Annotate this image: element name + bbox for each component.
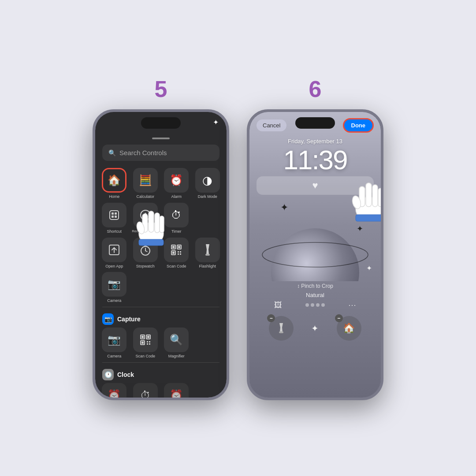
stopwatch-label: Stopwatch (136, 264, 155, 269)
alarm-icon-box: ⏰ (164, 168, 189, 193)
heart-widget: ♥ (257, 176, 374, 195)
svg-rect-39 (279, 331, 283, 333)
music-label: Recognize Music (132, 229, 159, 234)
openapp-icon-box (102, 238, 126, 262)
svg-rect-27 (205, 254, 210, 256)
filter-options-row: 🖼 ⋯ (249, 300, 381, 310)
control-openapp[interactable]: Open App (100, 238, 128, 269)
home-label: Home (109, 194, 119, 199)
svg-rect-1 (112, 212, 114, 215)
flashlight-widget[interactable]: − (269, 316, 294, 341)
svg-rect-23 (178, 251, 179, 253)
control-darkmode[interactable]: ◑ Dark Mode (194, 168, 222, 199)
phone6-screen: Cancel Done Friday, September 13 11:39 ♥… (249, 112, 381, 398)
svg-rect-20 (172, 246, 175, 248)
calculator-label: Calculator (136, 194, 154, 199)
capture-camera-label: Camera (107, 354, 121, 359)
capture-row: 📷 Camera (95, 327, 227, 359)
remove-flashlight-badge[interactable]: − (267, 314, 275, 322)
camera-icon-box: 📷 (102, 272, 126, 297)
svg-rect-26 (180, 253, 181, 255)
scancode-icon-box (164, 238, 189, 262)
svg-point-38 (262, 242, 368, 267)
done-button[interactable]: Done (343, 118, 374, 133)
phone5-screen: 🔍 Search Controls 🏠 Home 🧮 Calculato (95, 112, 227, 398)
clock-icon2: ⏱ (133, 383, 158, 398)
search-icon: 🔍 (108, 149, 116, 156)
filter-more-icon[interactable]: ⋯ (348, 300, 356, 310)
natural-text: Natural (249, 292, 381, 298)
control-stopwatch[interactable]: Stopwatch (132, 238, 160, 269)
controls-row4: 📷 Camera (95, 272, 227, 303)
home-widget-icon: 🏠 (343, 323, 355, 334)
capture-magnifier-label: Magnifier (168, 354, 185, 359)
control-scancode[interactable]: Scan Code (163, 238, 190, 269)
capture-header-icon: 📷 (102, 313, 114, 325)
control-home[interactable]: 🏠 Home (100, 168, 128, 199)
capture-header-label: Capture (117, 316, 141, 323)
search-label: Search Controls (119, 149, 167, 156)
clock-icon3: ⏰ (164, 383, 189, 398)
sparkle2: ✦ (357, 224, 363, 234)
svg-rect-31 (141, 336, 144, 338)
capture-scancode-label: Scan Code (135, 354, 155, 359)
control-camera[interactable]: 📷 Camera (100, 272, 128, 303)
filter-dots (305, 303, 325, 307)
svg-rect-33 (141, 342, 144, 344)
bottom-spacer: ✦ (298, 323, 333, 334)
flashlight-label: Flashlight (199, 264, 216, 269)
clock-item2[interactable]: ⏱ (132, 383, 160, 398)
lockscreen-date: Friday, September 13 (249, 138, 381, 145)
svg-point-6 (144, 215, 147, 218)
clock-header-icon: 🕐 (102, 369, 114, 380)
controls-row1: 🏠 Home 🧮 Calculator ⏰ Alarm ◑ Dark (95, 168, 227, 199)
capture-camera[interactable]: 📷 Camera (100, 327, 128, 359)
capture-scancode[interactable]: Scan Code (132, 327, 160, 359)
step6-wrapper: 6 Cancel Done Friday, September 13 11:39… (247, 76, 383, 400)
openapp-label: Open App (105, 264, 123, 269)
alarm-label: Alarm (171, 194, 182, 199)
heart-icon: ♥ (312, 180, 318, 191)
control-music[interactable]: Recognize Music (132, 203, 160, 234)
remove-home-badge[interactable]: − (335, 314, 343, 322)
filter-gallery-icon[interactable]: 🖼 (274, 301, 282, 310)
home-widget[interactable]: − 🏠 (337, 316, 361, 341)
divider1 (102, 307, 219, 307)
svg-rect-4 (115, 216, 117, 218)
controls-row2: Shortcut Recognize Music (95, 203, 227, 234)
music-icon-box (133, 203, 158, 227)
capture-magnifier[interactable]: 🔍 Magnifier (163, 327, 190, 359)
control-alarm[interactable]: ⏰ Alarm (163, 168, 190, 199)
control-timer[interactable]: ⏱ Timer (163, 203, 190, 234)
filter-dot-1 (305, 303, 309, 307)
handle-bar (152, 138, 170, 139)
stopwatch-icon-box (133, 238, 158, 262)
svg-rect-35 (149, 341, 150, 342)
controls-list: 🏠 Home 🧮 Calculator ⏰ Alarm ◑ Dark (95, 168, 227, 398)
control-calculator[interactable]: 🧮 Calculator (132, 168, 160, 199)
bottom-controls: − ✦ − 🏠 (249, 313, 381, 343)
svg-rect-32 (147, 336, 149, 338)
capture-magnifier-icon: 🔍 (164, 327, 189, 352)
step5-number: 5 (155, 76, 167, 102)
calculator-icon-box: 🧮 (133, 168, 158, 193)
svg-rect-2 (115, 212, 117, 215)
clock-section-header: 🕐 Clock (95, 366, 227, 383)
search-bar[interactable]: 🔍 Search Controls (102, 145, 219, 161)
control-flashlight[interactable]: Flashlight (194, 238, 222, 269)
dynamic-island-6 (295, 117, 335, 129)
shortcut-icon-box (102, 203, 126, 227)
clock-item3[interactable]: ⏰ (163, 383, 190, 398)
camera-label: Camera (107, 298, 121, 303)
bottom-sparkle: ✦ (298, 323, 333, 334)
flashlight-icon-box (195, 238, 220, 262)
svg-rect-3 (112, 216, 114, 218)
clock-item1[interactable]: ⏰ (100, 383, 128, 398)
sparkle1: ✦ (280, 202, 288, 213)
cancel-button[interactable]: Cancel (257, 119, 286, 131)
clock-row: ⏰ ⏱ ⏰ (95, 383, 227, 398)
control-shortcut[interactable]: Shortcut (100, 203, 128, 234)
svg-rect-34 (147, 341, 148, 342)
svg-rect-21 (178, 246, 180, 248)
sparkle-icon: ✦ (213, 118, 219, 126)
